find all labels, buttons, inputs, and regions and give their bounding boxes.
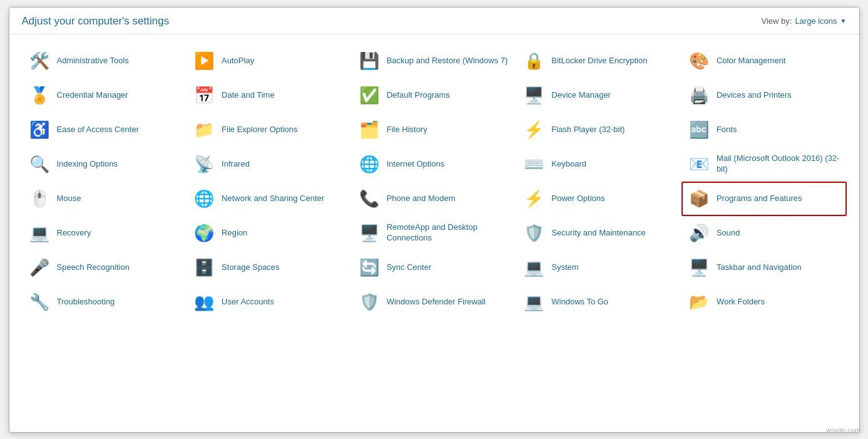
file-history-label: File History: [387, 125, 427, 135]
network-sharing-icon: 🌐: [193, 187, 215, 210]
item-fonts[interactable]: 🔤Fonts: [682, 113, 847, 147]
item-work-folders[interactable]: 📂Work Folders: [682, 285, 847, 319]
administrative-tools-label: Administrative Tools: [57, 56, 129, 66]
security-maintenance-label: Security and Maintenance: [551, 228, 645, 239]
autoplay-icon: ▶️: [193, 49, 215, 72]
infrared-icon: 📡: [193, 153, 215, 175]
mail-icon: 📧: [688, 153, 710, 175]
recovery-label: Recovery: [57, 228, 91, 239]
work-folders-icon: 📂: [688, 291, 710, 313]
windows-defender-icon: 🛡️: [358, 291, 380, 313]
view-by-dropdown[interactable]: Large icons: [795, 16, 837, 26]
recovery-icon: 💻: [28, 222, 51, 244]
item-keyboard[interactable]: ⌨️Keyboard: [516, 147, 682, 182]
file-explorer-icon: 📁: [193, 118, 215, 141]
item-region[interactable]: 🌍Region: [186, 216, 352, 250]
phone-modem-icon: 📞: [358, 187, 380, 210]
item-date-time[interactable]: 📅Date and Time: [186, 78, 352, 113]
item-mail[interactable]: 📧Mail (Microsoft Outlook 2016) (32-bit): [682, 147, 847, 182]
item-sync-center[interactable]: 🔄Sync Center: [352, 250, 517, 285]
internet-options-icon: 🌐: [358, 153, 380, 175]
view-by-control: View by: Large icons ▼: [761, 16, 846, 26]
item-indexing-options[interactable]: 🔍Indexing Options: [22, 147, 187, 182]
device-manager-icon: 🖥️: [523, 84, 545, 106]
item-color-management[interactable]: 🎨Color Management: [682, 44, 847, 78]
item-infrared[interactable]: 📡Infrared: [186, 147, 352, 182]
item-internet-options[interactable]: 🌐Internet Options: [352, 147, 517, 182]
infrared-label: Infrared: [222, 159, 250, 170]
indexing-options-label: Indexing Options: [57, 159, 118, 170]
internet-options-label: Internet Options: [387, 159, 445, 170]
item-mouse[interactable]: 🖱️Mouse: [22, 182, 187, 216]
item-user-accounts[interactable]: 👥User Accounts: [186, 285, 352, 319]
keyboard-label: Keyboard: [551, 159, 586, 170]
troubleshooting-label: Troubleshooting: [57, 297, 115, 307]
devices-printers-icon: 🖨️: [688, 84, 710, 106]
credential-manager-label: Credential Manager: [57, 90, 128, 101]
item-network-sharing[interactable]: 🌐Network and Sharing Center: [186, 182, 352, 216]
system-label: System: [551, 262, 578, 273]
backup-restore-icon: 💾: [358, 49, 380, 72]
item-windows-to-go[interactable]: 💻Windows To Go: [516, 285, 682, 319]
item-security-maintenance[interactable]: 🛡️Security and Maintenance: [516, 216, 682, 250]
power-options-label: Power Options: [551, 194, 605, 204]
item-system[interactable]: 💻System: [516, 250, 682, 285]
sync-center-label: Sync Center: [387, 262, 432, 273]
item-windows-defender[interactable]: 🛡️Windows Defender Firewall: [352, 285, 517, 319]
credential-manager-icon: 🏅: [28, 84, 51, 106]
item-ease-of-access[interactable]: ♿Ease of Access Center: [22, 113, 187, 147]
item-file-history[interactable]: 🗂️File History: [352, 113, 517, 147]
item-phone-modem[interactable]: 📞Phone and Modem: [352, 182, 517, 216]
control-panel-window: Adjust your computer's settings View by:…: [9, 7, 860, 433]
items-grid: 🛠️Administrative Tools▶️AutoPlay💾Backup …: [22, 44, 847, 319]
item-power-options[interactable]: ⚡Power Options: [516, 182, 682, 216]
storage-spaces-icon: 🗄️: [193, 256, 215, 279]
item-device-manager[interactable]: 🖥️Device Manager: [516, 78, 682, 113]
fonts-label: Fonts: [717, 125, 737, 135]
indexing-options-icon: 🔍: [28, 153, 51, 175]
item-troubleshooting[interactable]: 🔧Troubleshooting: [22, 285, 187, 319]
devices-printers-label: Devices and Printers: [717, 90, 792, 101]
item-file-explorer[interactable]: 📁File Explorer Options: [186, 113, 352, 147]
taskbar-navigation-icon: 🖥️: [688, 256, 710, 279]
flash-player-label: Flash Player (32-bit): [551, 125, 625, 135]
mouse-icon: 🖱️: [28, 187, 51, 210]
flash-player-icon: ⚡: [523, 118, 545, 141]
mail-label: Mail (Microsoft Outlook 2016) (32-bit): [717, 153, 840, 175]
programs-features-label: Programs and Features: [717, 194, 802, 204]
sound-label: Sound: [717, 228, 740, 239]
item-administrative-tools[interactable]: 🛠️Administrative Tools: [22, 44, 187, 78]
item-taskbar-navigation[interactable]: 🖥️Taskbar and Navigation: [682, 250, 847, 285]
file-history-icon: 🗂️: [358, 118, 380, 141]
ease-of-access-label: Ease of Access Center: [57, 125, 140, 135]
region-icon: 🌍: [193, 222, 215, 244]
bitlocker-label: BitLocker Drive Encryption: [551, 56, 647, 66]
item-backup-restore[interactable]: 💾Backup and Restore (Windows 7): [352, 44, 517, 78]
backup-restore-label: Backup and Restore (Windows 7): [387, 56, 508, 66]
header: Adjust your computer's settings View by:…: [9, 8, 859, 34]
item-sound[interactable]: 🔊Sound: [682, 216, 847, 250]
autoplay-label: AutoPlay: [222, 56, 254, 66]
security-maintenance-icon: 🛡️: [523, 222, 545, 244]
item-autoplay[interactable]: ▶️AutoPlay: [186, 44, 352, 78]
windows-to-go-label: Windows To Go: [551, 297, 608, 307]
item-speech-recognition[interactable]: 🎤Speech Recognition: [22, 250, 187, 285]
item-storage-spaces[interactable]: 🗄️Storage Spaces: [186, 250, 352, 285]
administrative-tools-icon: 🛠️: [28, 49, 51, 72]
item-default-programs[interactable]: ✅Default Programs: [352, 78, 517, 113]
color-management-icon: 🎨: [688, 49, 710, 72]
user-accounts-icon: 👥: [193, 291, 215, 313]
item-remoteapp[interactable]: 🖥️RemoteApp and Desktop Connections: [352, 216, 517, 250]
color-management-label: Color Management: [717, 56, 786, 66]
item-bitlocker[interactable]: 🔒BitLocker Drive Encryption: [516, 44, 682, 78]
item-flash-player[interactable]: ⚡Flash Player (32-bit): [516, 113, 682, 147]
content-area: 🛠️Administrative Tools▶️AutoPlay💾Backup …: [9, 34, 859, 329]
item-programs-features[interactable]: 📦Programs and Features: [682, 182, 847, 216]
item-recovery[interactable]: 💻Recovery: [22, 216, 187, 250]
phone-modem-label: Phone and Modem: [387, 194, 456, 204]
default-programs-icon: ✅: [358, 84, 380, 106]
bitlocker-icon: 🔒: [523, 49, 545, 72]
item-devices-printers[interactable]: 🖨️Devices and Printers: [682, 78, 847, 113]
user-accounts-label: User Accounts: [222, 297, 274, 307]
item-credential-manager[interactable]: 🏅Credential Manager: [22, 78, 187, 113]
